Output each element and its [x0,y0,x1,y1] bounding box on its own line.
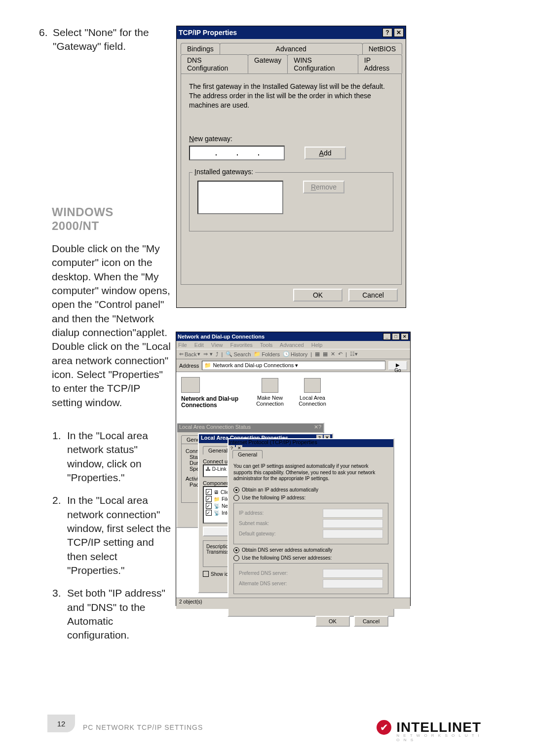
toolbar: ⇐ Back ▾ ⇒ ▾ ⤴ | 🔍 Search 📁 Folders 🕓 Hi… [176,349,410,359]
explorer-body: Network and Dial-up Connections Make New… [176,372,410,609]
cancel-button[interactable]: Cancel [354,616,388,627]
steps-list: 1.In the "Local area network status" win… [67,429,174,651]
tab-wins-config[interactable]: WINS Configuration [287,54,358,74]
radio-use-following-ip[interactable]: Use the following IP address: [233,495,388,501]
close-icon[interactable]: ✕ [394,28,404,37]
help-icon[interactable]: ? [318,424,321,430]
views-icon[interactable]: ☷▾ [350,351,358,357]
tab-ip-address[interactable]: IP Address [358,54,402,74]
dialog-title: Local Area Connection Status [179,424,251,430]
heading-windows-2000: WINDOWS 2000/NT [52,205,151,232]
titlebar: TCP/IP Properties ? ✕ [177,26,406,39]
body-windows-2000: Double click on the "My computer" icon o… [52,242,171,410]
network-connections-window: Network and Dial-up Connections _ □ ✕ Fi… [176,332,411,606]
radio-obtain-ip-auto[interactable]: Obtain an IP address automatically [233,487,388,493]
page-number-badge: 12 [47,715,75,732]
ip-address-input[interactable] [323,509,383,518]
brand-logo: ✔ INTELLINET N E T W O R K S O L U T I O… [377,719,481,735]
connection-icon [304,378,321,393]
undo-icon[interactable]: ↶ [338,351,343,357]
back-button[interactable]: ⇐ Back ▾ [179,351,200,357]
tab-netbios[interactable]: NetBIOS [362,43,402,54]
close-icon[interactable]: ✕ [314,424,318,430]
tab-dns-config[interactable]: DNS Configuration [181,54,248,74]
list-item: 2.In the "Local area network connection"… [67,493,174,577]
address-input[interactable]: 📁 Network and Dial-up Connections ▾ [202,361,385,370]
menu-view[interactable]: View [211,342,223,348]
subnet-mask-input[interactable] [323,519,383,528]
default-gateway-label: Default gateway: [239,531,276,536]
go-button[interactable]: ▶ Go [388,361,407,370]
window-title: Network and Dial-up Connections [178,334,265,340]
titlebar: Internet Protocol (TCP/IP) Properties?✕ [228,439,393,447]
up-button[interactable]: ⤴ [216,351,219,357]
brand-check-icon: ✔ [377,720,391,735]
maximize-icon[interactable]: □ [392,333,400,340]
folder-icon [181,377,200,393]
dialog-title: TCP/IP Properties [179,29,237,37]
cancel-button[interactable]: Cancel [348,289,398,302]
radio-use-following-dns[interactable]: Use the following DNS server addresses: [233,555,388,561]
alternate-dns-label: Alternate DNS server: [239,581,287,586]
close-icon[interactable]: ✕ [401,333,409,340]
tcp-description: You can get IP settings assigned automat… [233,463,388,482]
default-gateway-input[interactable] [323,529,383,538]
menu-advanced[interactable]: Advanced [280,342,304,348]
menubar: File Edit View Favorites Tools Advanced … [176,341,410,349]
list-num: 1. [52,429,61,443]
installed-gateways-fieldset: Installed gateways:Installed gateways: R… [189,172,393,231]
gateway-description: The first gateway in the Installed Gatew… [189,82,393,110]
subnet-mask-label: Subnet mask: [239,521,269,526]
move-icon[interactable]: ▦ [315,351,320,357]
new-gateway-input[interactable]: ... [189,146,285,160]
menu-file[interactable]: File [178,342,187,348]
folder-info-pane: Network and Dial-up Connections [176,372,244,414]
brand-subtitle: N E T W O R K S O L U T I O N S [396,733,481,742]
ip-address-label: IP address: [239,510,264,516]
step6-text: 6. Select "None" for the "Gateway" field… [53,26,166,54]
preferred-dns-input[interactable] [323,569,383,578]
titlebar: Network and Dial-up Connections _ □ ✕ [176,332,410,341]
installed-gateways-label: Installed gateways:Installed gateways: [192,168,255,176]
make-new-connection-item[interactable]: Make New Connection [250,378,290,407]
folders-button[interactable]: 📁 Folders [254,351,280,357]
folder-title: Network and Dial-up Connections [181,396,239,409]
add-button[interactable]: AddAdd [305,147,346,159]
help-icon[interactable]: ? [382,28,392,37]
manual-page: 6. Select "None" for the "Gateway" field… [0,0,533,756]
tcpip-properties-dialog: TCP/IP Properties ? ✕ Bindings Advanced … [176,26,406,308]
tcpip-protocol-dialog: Internet Protocol (TCP/IP) Properties?✕ … [228,438,394,617]
alternate-dns-input[interactable] [323,579,383,588]
connection-icon [262,378,278,393]
remove-button[interactable]: RemoveRemove [303,181,344,193]
tab-gateway[interactable]: Gateway [248,54,288,74]
local-area-connection-item[interactable]: Local Area Connection [293,378,332,407]
list-text: Set both "IP address" and "DNS" to the A… [67,587,165,641]
menu-tools[interactable]: Tools [260,342,273,348]
copy-icon[interactable]: ▦ [323,351,328,357]
tab-bindings[interactable]: Bindings [181,43,220,54]
history-button[interactable]: 🕓 History [283,351,307,357]
address-bar: Address 📁 Network and Dial-up Connection… [176,359,410,372]
tab-advanced[interactable]: Advanced [220,43,363,54]
step6-num: 6. [39,26,48,39]
dialog-title: Internet Protocol (TCP/IP) Properties [228,439,317,445]
delete-icon[interactable]: ✕ [331,351,335,357]
search-button[interactable]: 🔍 Search [226,351,251,357]
ok-button[interactable]: OK [315,616,350,627]
tab-general[interactable]: General [232,450,263,458]
menu-edit[interactable]: Edit [194,342,204,348]
installed-gateways-list[interactable] [197,181,283,214]
ok-button[interactable]: OK [293,289,343,302]
radio-obtain-dns-auto[interactable]: Obtain DNS server address automatically [233,547,388,553]
list-item: 3.Set both "IP address" and "DNS" to the… [67,586,174,642]
titlebar: Local Area Connection Status ?✕ [177,423,323,432]
menu-help[interactable]: Help [311,342,323,348]
forward-button[interactable]: ⇒ ▾ [203,351,212,357]
minimize-icon[interactable]: _ [383,333,391,340]
tab-pane-gateway: The first gateway in the Installed Gatew… [181,74,402,285]
menu-favorites[interactable]: Favorites [230,342,253,348]
statusbar: 2 object(s) [176,598,410,609]
list-num: 3. [52,586,61,600]
list-text: In the "Local area network status" windo… [67,430,148,483]
